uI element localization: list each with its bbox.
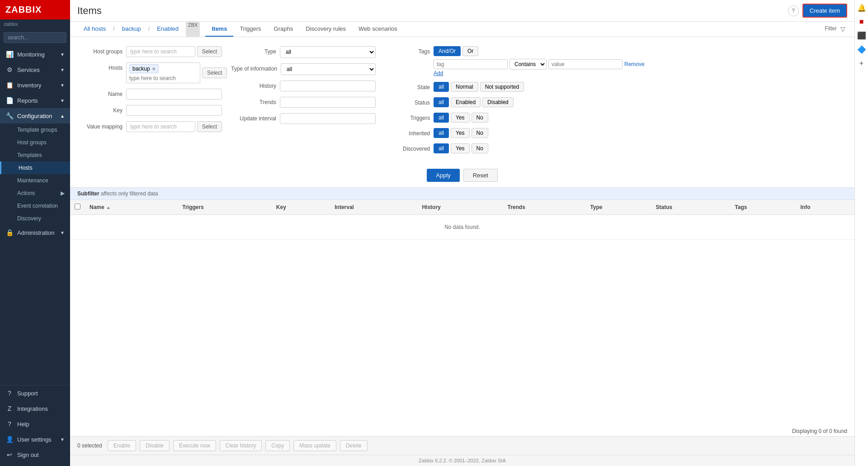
triggers-yes-button[interactable]: Yes <box>451 113 470 123</box>
triggers-all-button[interactable]: all <box>434 113 449 123</box>
sidebar-item-services[interactable]: ⚙ Services ▼ <box>0 62 70 77</box>
inherited-yes-button[interactable]: Yes <box>451 128 470 138</box>
value-mapping-select-button[interactable]: Select <box>197 121 222 132</box>
discovered-yes-button[interactable]: Yes <box>451 143 470 153</box>
status-all-button[interactable]: all <box>434 97 449 107</box>
col-type[interactable]: Type <box>585 200 651 215</box>
col-interval[interactable]: Interval <box>330 200 417 215</box>
type-of-info-select[interactable]: all <box>281 63 376 75</box>
col-key[interactable]: Key <box>272 200 330 215</box>
status-enabled-button[interactable]: Enabled <box>451 97 481 107</box>
inherited-all-button[interactable]: all <box>434 128 449 138</box>
hosts-select-button[interactable]: Select <box>202 67 227 78</box>
sidebar-item-hosts[interactable]: Hosts <box>0 162 70 174</box>
disable-button[interactable]: Disable <box>140 440 170 451</box>
sidebar-item-administration[interactable]: 🔒 Administration ▼ <box>0 225 70 240</box>
trends-input[interactable] <box>280 97 376 108</box>
type-of-info-control: all <box>281 63 376 75</box>
tags-and-or-button[interactable]: And/Or <box>434 46 461 56</box>
sidebar-item-configuration[interactable]: 🔧 Configuration ▲ <box>0 108 70 124</box>
right-panel-icon-4[interactable]: 🔷 <box>857 45 866 54</box>
col-history[interactable]: History <box>417 200 503 215</box>
tag-name-input[interactable] <box>434 59 508 69</box>
reset-button[interactable]: Reset <box>463 169 498 182</box>
tag-value-input[interactable] <box>548 59 623 69</box>
sidebar-item-user-settings[interactable]: 👤 User settings ▼ <box>0 432 70 447</box>
tab-backup[interactable]: backup <box>116 22 147 37</box>
tab-web-scenarios[interactable]: Web scenarios <box>352 22 404 37</box>
create-item-button[interactable]: Create item <box>802 4 847 18</box>
right-panel-icon-3[interactable]: ⬛ <box>857 31 866 40</box>
sidebar-item-reports-label: Reports <box>17 97 38 104</box>
monitoring-icon: 📊 <box>5 51 14 58</box>
apply-button[interactable]: Apply <box>427 169 460 182</box>
enable-button[interactable]: Enable <box>108 440 136 451</box>
help-button[interactable]: ? <box>788 5 799 16</box>
clear-history-button[interactable]: Clear history <box>220 440 262 451</box>
host-tag-close-icon[interactable]: ✕ <box>152 67 156 71</box>
col-checkbox[interactable] <box>70 200 85 215</box>
sidebar-item-integrations[interactable]: Z Integrations <box>0 401 70 416</box>
right-panel-icon-5[interactable]: + <box>859 59 863 67</box>
tag-add-button[interactable]: Add <box>434 70 443 76</box>
right-panel-icon-1[interactable]: 🔔 <box>857 4 866 12</box>
tab-enabled[interactable]: Enabled <box>151 22 185 37</box>
key-input[interactable] <box>126 105 222 116</box>
sidebar-item-inventory[interactable]: 📋 Inventory ▼ <box>0 77 70 93</box>
tag-contains-select[interactable]: Contains Equals <box>509 59 547 70</box>
sidebar-item-support[interactable]: ? Support <box>0 385 70 401</box>
sidebar-item-template-groups[interactable]: Template groups <box>0 124 70 136</box>
col-name[interactable]: Name▲ <box>85 200 178 215</box>
discovered-no-button[interactable]: No <box>472 143 488 153</box>
col-triggers[interactable]: Triggers <box>178 200 272 215</box>
tags-or-button[interactable]: Or <box>462 46 478 56</box>
type-select[interactable]: all <box>280 46 376 58</box>
tab-all-hosts[interactable]: All hosts <box>77 22 112 37</box>
sidebar-item-actions[interactable]: Actions▶ <box>0 187 70 200</box>
sidebar-search-input[interactable] <box>4 32 66 43</box>
delete-button[interactable]: Delete <box>340 440 368 451</box>
hosts-search-input[interactable] <box>129 75 197 81</box>
col-trends[interactable]: Trends <box>503 200 585 215</box>
history-input[interactable] <box>280 81 376 91</box>
sidebar-item-event-correlation[interactable]: Event correlation <box>0 200 70 212</box>
tag-remove-button[interactable]: Remove <box>624 61 645 67</box>
select-all-checkbox[interactable] <box>75 204 80 209</box>
col-tags[interactable]: Tags <box>730 200 796 215</box>
execute-now-button[interactable]: Execute now <box>173 440 216 451</box>
sidebar-item-reports[interactable]: 📄 Reports ▼ <box>0 93 70 108</box>
tab-triggers[interactable]: Triggers <box>233 22 267 37</box>
host-groups-input[interactable] <box>126 46 195 57</box>
col-info[interactable]: Info <box>796 200 854 215</box>
host-groups-select-button[interactable]: Select <box>197 46 222 57</box>
tab-discovery-rules[interactable]: Discovery rules <box>299 22 352 37</box>
integrations-icon: Z <box>5 405 14 412</box>
hosts-input-wrapper[interactable]: backup ✕ <box>126 62 200 83</box>
update-interval-input[interactable] <box>280 113 376 124</box>
col-status[interactable]: Status <box>651 200 731 215</box>
sidebar-item-maintenance[interactable]: Maintenance <box>0 174 70 187</box>
sidebar-item-monitoring[interactable]: 📊 Monitoring ▼ <box>0 47 70 62</box>
tab-items[interactable]: Items <box>205 22 233 37</box>
name-input[interactable] <box>126 89 222 100</box>
sidebar-item-host-groups[interactable]: Host groups <box>0 136 70 149</box>
discovered-all-button[interactable]: all <box>434 143 449 153</box>
state-normal-button[interactable]: Normal <box>451 82 478 92</box>
value-mapping-input[interactable] <box>126 121 195 132</box>
value-mapping-control: Select <box>126 121 222 132</box>
triggers-no-button[interactable]: No <box>472 113 488 123</box>
state-all-button[interactable]: all <box>434 82 449 92</box>
sidebar-item-templates[interactable]: Templates <box>0 149 70 162</box>
sidebar-logo[interactable]: ZABBIX <box>0 0 70 19</box>
inherited-no-button[interactable]: No <box>472 128 488 138</box>
filter-row-name: Name <box>77 89 222 100</box>
status-disabled-button[interactable]: Disabled <box>482 97 514 107</box>
mass-update-button[interactable]: Mass update <box>293 440 336 451</box>
copy-button[interactable]: Copy <box>265 440 290 451</box>
tab-graphs[interactable]: Graphs <box>268 22 300 37</box>
state-not-supported-button[interactable]: Not supported <box>480 82 524 92</box>
sidebar-item-sign-out[interactable]: ↩ Sign out <box>0 447 70 462</box>
right-panel-icon-2[interactable]: ■ <box>859 18 864 26</box>
sidebar-item-discovery[interactable]: Discovery <box>0 212 70 225</box>
sidebar-item-help[interactable]: ? Help <box>0 416 70 432</box>
